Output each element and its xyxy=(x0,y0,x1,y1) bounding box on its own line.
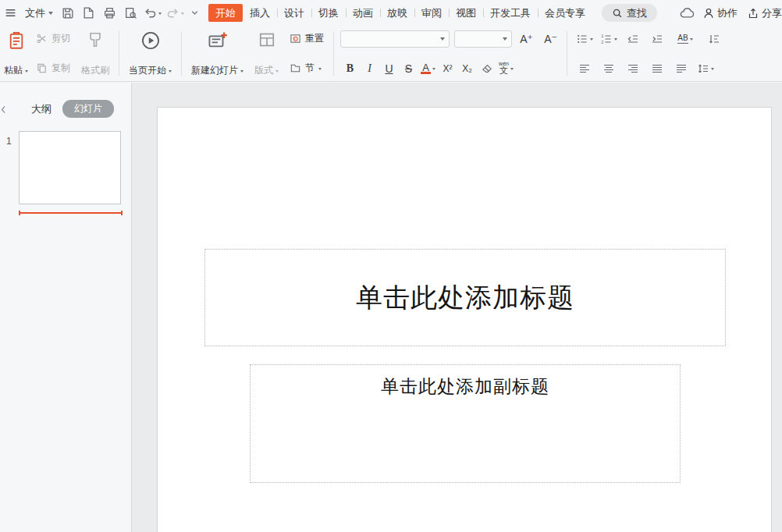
chevron-down-icon xyxy=(240,70,243,74)
tab-home[interactable]: 开始 xyxy=(208,4,243,22)
format-painter-button[interactable]: 格式刷 xyxy=(76,29,115,78)
strikethrough-button[interactable]: S xyxy=(399,60,418,76)
superscript-button[interactable]: X² xyxy=(438,60,457,76)
layout-button[interactable]: 版式 xyxy=(249,29,284,78)
bold-label: B xyxy=(347,62,354,75)
font-color-label: A xyxy=(422,63,429,72)
editing-canvas[interactable]: 单击此处添加标题 单击此处添加副标题 xyxy=(132,83,782,532)
justify-button[interactable] xyxy=(646,60,667,76)
chevron-down-icon xyxy=(158,12,162,16)
line-spacing-icon xyxy=(697,62,709,75)
tab-review[interactable]: 审阅 xyxy=(414,4,449,22)
tab-transition[interactable]: 切换 xyxy=(311,4,346,22)
copy-button[interactable]: 复制 xyxy=(30,60,76,76)
chevron-down-icon xyxy=(169,70,172,74)
main-area: 大纲 幻灯片 1 单击此处添加标题 单击此处添加副标题 xyxy=(0,83,782,532)
share-icon xyxy=(747,7,759,20)
save-icon xyxy=(61,6,74,20)
more-commands-button[interactable] xyxy=(187,4,202,23)
slide-thumbnail[interactable] xyxy=(19,131,121,204)
print-preview-button[interactable] xyxy=(120,4,141,23)
new-slide-icon xyxy=(208,30,228,51)
align-right-button[interactable] xyxy=(622,60,643,76)
print-button[interactable] xyxy=(99,4,120,23)
play-from-current-button[interactable]: 当页开始 xyxy=(123,29,177,78)
outline-view-tab[interactable]: 大纲 xyxy=(27,101,56,118)
scissors-icon xyxy=(36,33,48,44)
tab-insert[interactable]: 插入 xyxy=(243,4,277,22)
cloud-sync-button[interactable] xyxy=(676,4,697,23)
text-direction-button[interactable]: AB xyxy=(670,30,700,47)
main-menu-button[interactable] xyxy=(0,4,21,23)
cut-label: 剪切 xyxy=(52,32,70,45)
export-button[interactable] xyxy=(78,4,99,23)
reset-button[interactable]: 重置 xyxy=(284,30,329,47)
slide-thumbnail-list: 1 xyxy=(0,131,131,225)
tab-animation[interactable]: 动画 xyxy=(346,4,380,22)
collaborate-label: 协作 xyxy=(717,6,738,20)
collapse-panel-button[interactable] xyxy=(0,101,9,117)
font-color-swatch xyxy=(421,72,431,74)
increase-font-button[interactable]: A⁺ xyxy=(517,31,536,48)
search-icon xyxy=(612,8,623,19)
align-center-button[interactable] xyxy=(598,60,619,76)
italic-button[interactable]: I xyxy=(360,60,379,76)
tab-membership[interactable]: 会员专享 xyxy=(538,4,592,22)
bold-button[interactable]: B xyxy=(340,60,360,76)
reset-icon xyxy=(290,33,301,44)
numbered-list-button[interactable]: 12 xyxy=(598,30,619,47)
undo-button[interactable] xyxy=(141,4,164,23)
print-icon xyxy=(103,6,116,20)
subscript-button[interactable]: X₂ xyxy=(457,60,477,76)
align-center-icon xyxy=(602,62,615,75)
search-label: 查找 xyxy=(627,6,647,20)
paste-label: 粘贴 xyxy=(4,64,23,77)
search-box[interactable]: 查找 xyxy=(602,4,657,22)
slides-view-tab[interactable]: 幻灯片 xyxy=(62,100,114,118)
export-icon xyxy=(82,6,95,20)
paste-button[interactable]: 粘贴 xyxy=(2,29,30,78)
tab-developer[interactable]: 开发工具 xyxy=(483,4,538,22)
share-button[interactable]: 分享 xyxy=(743,4,782,23)
new-slide-button[interactable]: 新建幻灯片 xyxy=(186,29,249,78)
svg-text:1: 1 xyxy=(601,34,603,38)
slide-thumbnail-number: 1 xyxy=(6,136,12,147)
underline-button[interactable]: U xyxy=(379,60,399,76)
subtitle-placeholder[interactable]: 单击此处添加副标题 xyxy=(250,364,681,483)
font-name-select[interactable] xyxy=(340,30,450,48)
cut-button[interactable]: 剪切 xyxy=(30,30,76,47)
file-menu-button[interactable]: 文件 xyxy=(21,4,57,23)
tab-view[interactable]: 视图 xyxy=(449,4,483,22)
title-placeholder[interactable]: 单击此处添加标题 xyxy=(204,249,726,346)
distribute-button[interactable] xyxy=(670,60,691,76)
section-button[interactable]: 节 xyxy=(284,60,329,76)
superscript-label: X² xyxy=(443,63,453,74)
decrease-indent-button[interactable] xyxy=(622,30,643,47)
redo-button[interactable] xyxy=(164,4,187,23)
phonetic-guide-button[interactable]: wén 文 xyxy=(496,60,516,76)
font-size-select[interactable] xyxy=(454,30,512,48)
play-circle-icon xyxy=(140,30,161,51)
tab-slideshow[interactable]: 放映 xyxy=(380,4,414,22)
titlebar-right: 协作 分享 xyxy=(676,4,782,23)
slide-surface[interactable]: 单击此处添加标题 单击此处添加副标题 xyxy=(157,107,772,532)
bullet-list-button[interactable] xyxy=(574,30,595,47)
font-color-button[interactable]: A xyxy=(418,60,438,76)
title-placeholder-text: 单击此处添加标题 xyxy=(356,280,574,316)
tab-design[interactable]: 设计 xyxy=(277,4,311,22)
decrease-font-button[interactable]: A⁻ xyxy=(541,31,560,48)
save-button[interactable] xyxy=(57,4,78,23)
decrease-font-label: A⁻ xyxy=(544,33,557,45)
collaborate-button[interactable]: 协作 xyxy=(698,4,741,23)
svg-text:2: 2 xyxy=(601,40,603,44)
align-left-button[interactable] xyxy=(574,60,595,76)
strikethrough-label: S xyxy=(405,62,412,75)
reset-section-stack: 重置 节 xyxy=(284,29,329,78)
ribbon-separator xyxy=(567,31,567,76)
decrease-indent-icon xyxy=(627,33,639,45)
clear-format-button[interactable] xyxy=(477,60,496,76)
print-preview-icon xyxy=(124,6,137,20)
sort-button[interactable] xyxy=(703,30,724,47)
increase-indent-button[interactable] xyxy=(646,30,667,47)
line-spacing-button[interactable] xyxy=(695,60,716,76)
